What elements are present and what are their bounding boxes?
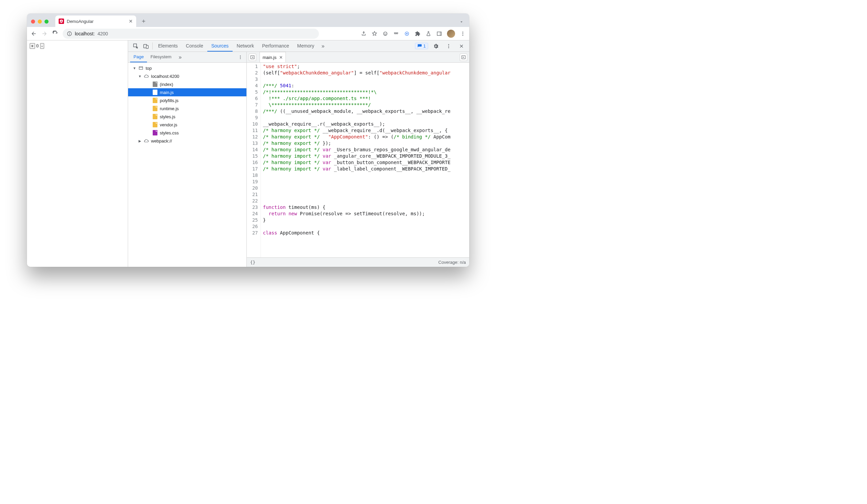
url-host: localhost: [75, 31, 95, 36]
file-tabs: main.js ✕ [247, 52, 469, 63]
svg-point-14 [462, 35, 463, 36]
file-tab-close-icon[interactable]: ✕ [279, 55, 283, 60]
devtools-tab-sources[interactable]: Sources [207, 41, 233, 52]
side-panel-icon[interactable] [436, 31, 442, 37]
tree-file-styles-js[interactable]: styles.js [128, 112, 246, 121]
svg-point-21 [240, 55, 241, 56]
svg-point-13 [462, 33, 463, 34]
svg-point-19 [448, 45, 449, 46]
navigator-tabs-overflow[interactable]: » [176, 52, 184, 62]
angular-favicon [58, 19, 64, 24]
labs-flask-icon[interactable] [425, 31, 431, 37]
new-tab-button[interactable]: ＋ [139, 16, 148, 25]
share-icon[interactable] [361, 31, 367, 37]
code-content: "use strict";(self["webpackChunkdemo_ang… [261, 63, 469, 258]
devtools-close-icon[interactable] [457, 44, 467, 48]
increment-button[interactable]: + [30, 43, 35, 49]
svg-rect-24 [139, 67, 143, 69]
svg-point-18 [448, 44, 449, 45]
browser-tab-title: DemoAngular [67, 19, 94, 24]
svg-rect-1 [69, 33, 69, 35]
tree-row[interactable]: ▼top [128, 64, 246, 72]
tree-row[interactable]: ▼localhost:4200 [128, 72, 246, 80]
issues-button[interactable]: 1 [415, 43, 428, 49]
file-tab-label: main.js [263, 55, 276, 60]
minimize-window-button[interactable] [38, 20, 42, 24]
back-button[interactable] [30, 30, 37, 37]
maximize-window-button[interactable] [44, 20, 49, 24]
svg-point-20 [448, 47, 449, 48]
reload-button[interactable] [52, 30, 58, 37]
issues-count: 1 [424, 43, 426, 48]
navigator-tab-page[interactable]: Page [130, 52, 147, 62]
extension-icon-1[interactable] [382, 31, 388, 37]
tree-file-styles-css[interactable]: styles.css [128, 129, 246, 137]
navigator-tab-filesystem[interactable]: Filesystem [147, 52, 175, 62]
url-port: 4200 [97, 31, 108, 36]
counter-value: 0 [36, 43, 39, 49]
tree-file-main-js[interactable]: main.js [128, 88, 246, 96]
rendered-page: + 0 - [27, 41, 128, 267]
sources-navigator: PageFilesystem » ▼top▼localhost:4200(ind… [128, 52, 247, 267]
extensions-puzzle-icon[interactable] [415, 31, 421, 37]
svg-point-23 [240, 58, 241, 59]
device-toolbar-icon[interactable] [141, 41, 151, 52]
devtools-settings-icon[interactable] [431, 43, 441, 49]
svg-rect-11 [440, 32, 441, 35]
tab-strip: DemoAngular ✕ ＋ [27, 13, 469, 27]
devtools-tab-memory[interactable]: Memory [293, 41, 319, 52]
svg-point-5 [386, 33, 386, 33]
devtools: ElementsConsoleSourcesNetworkPerformance… [128, 41, 469, 267]
svg-point-7 [396, 32, 398, 34]
svg-point-4 [384, 33, 385, 33]
file-tree[interactable]: ▼top▼localhost:4200(index)main.jspolyfil… [128, 63, 246, 267]
close-window-button[interactable] [31, 20, 35, 24]
editor-status-bar: {} Coverage: n/a [247, 258, 469, 267]
browser-tab[interactable]: DemoAngular ✕ [55, 15, 136, 27]
extension-icon-3[interactable] [404, 31, 410, 37]
inspect-element-icon[interactable] [131, 41, 141, 52]
tree-file-vendor-js[interactable]: vendor.js [128, 121, 246, 129]
toggle-navigator-icon[interactable] [249, 54, 256, 61]
window-controls [31, 20, 49, 24]
svg-point-9 [406, 33, 408, 34]
toggle-debugger-icon[interactable] [460, 54, 467, 61]
forward-button[interactable] [41, 30, 48, 37]
svg-point-22 [240, 57, 241, 57]
tab-close-button[interactable]: ✕ [129, 19, 133, 24]
tree-row[interactable]: ▶webpack:// [128, 137, 246, 145]
tree-file--index-[interactable]: (index) [128, 80, 246, 88]
svg-point-6 [394, 32, 396, 34]
devtools-menu-icon[interactable] [443, 43, 454, 49]
omnibox[interactable]: localhost:4200 [63, 29, 319, 39]
navigator-tabs: PageFilesystem » [128, 52, 246, 63]
browser-window: DemoAngular ✕ ＋ localhost:4200 [27, 13, 469, 267]
tabs-overflow-button[interactable] [459, 20, 464, 24]
pretty-print-button[interactable]: {} [250, 260, 256, 265]
bookmark-star-icon[interactable] [372, 31, 377, 37]
svg-rect-17 [146, 45, 148, 48]
editor-panel: main.js ✕ 123456789101112131415161718192… [247, 52, 469, 267]
extension-icon-2[interactable] [393, 31, 399, 37]
devtools-tab-console[interactable]: Console [182, 41, 207, 52]
devtools-tab-elements[interactable]: Elements [154, 41, 182, 52]
devtools-tab-performance[interactable]: Performance [258, 41, 293, 52]
devtools-tab-network[interactable]: Network [233, 41, 258, 52]
chrome-menu-icon[interactable] [460, 31, 466, 37]
navigator-menu-icon[interactable] [236, 52, 244, 62]
svg-rect-2 [69, 32, 69, 33]
file-tab-mainjs[interactable]: main.js ✕ [259, 52, 286, 62]
coverage-status: Coverage: n/a [438, 260, 466, 265]
site-info-icon[interactable] [67, 31, 72, 36]
tree-file-runtime-js[interactable]: runtime.js [128, 105, 246, 112]
line-gutter: 1234567891011121314151617181920212223242… [247, 63, 261, 258]
address-bar: localhost:4200 [27, 27, 469, 41]
devtools-tabs-overflow[interactable]: » [318, 41, 328, 52]
svg-point-12 [462, 32, 463, 33]
tree-file-polyfills-js[interactable]: polyfills.js [128, 96, 246, 105]
profile-avatar[interactable] [447, 30, 455, 38]
decrement-button[interactable]: - [40, 43, 44, 49]
devtools-tabs: ElementsConsoleSourcesNetworkPerformance… [128, 41, 469, 52]
code-editor[interactable]: 1234567891011121314151617181920212223242… [247, 63, 469, 258]
